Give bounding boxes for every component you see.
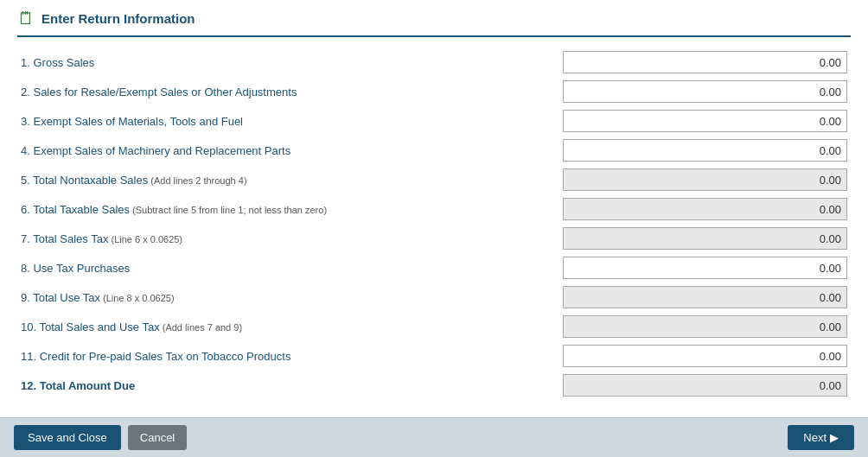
form-row: 5. Total Nontaxable Sales (Add lines 2 t… bbox=[17, 165, 851, 194]
line-2-input[interactable] bbox=[563, 80, 847, 103]
line-number: 3. bbox=[21, 115, 33, 128]
line-number: 5. bbox=[21, 174, 33, 187]
form-title: Enter Return Information bbox=[41, 11, 195, 26]
line-6-input bbox=[563, 198, 847, 220]
line-7-input bbox=[563, 227, 847, 250]
form-row-label: 7. Total Sales Tax (Line 6 x 0.0625) bbox=[17, 224, 559, 253]
form-row-label: 10. Total Sales and Use Tax (Add lines 7… bbox=[17, 312, 559, 341]
line-11-input[interactable] bbox=[563, 345, 847, 367]
form-row-label: 6. Total Taxable Sales (Subtract line 5 … bbox=[17, 194, 559, 224]
form-row-label: 12. Total Amount Due bbox=[17, 371, 559, 400]
line-number: 2. bbox=[21, 86, 33, 98]
form-row: 2. Sales for Resale/Exempt Sales or Othe… bbox=[17, 77, 851, 106]
form-row-input-cell bbox=[559, 253, 851, 282]
form-row-label: 5. Total Nontaxable Sales (Add lines 2 t… bbox=[17, 165, 559, 194]
form-row-label: 4. Exempt Sales of Machinery and Replace… bbox=[17, 136, 559, 165]
footer-left-actions: Save and Close Cancel bbox=[14, 425, 187, 450]
line-number: 12. bbox=[21, 379, 40, 392]
line-number: 11. bbox=[21, 350, 40, 363]
form-row-input-cell bbox=[559, 282, 851, 312]
form-row-input-cell bbox=[559, 136, 851, 165]
line-number: 6. bbox=[21, 203, 33, 216]
form-row-input-cell bbox=[559, 312, 851, 341]
form-row: 4. Exempt Sales of Machinery and Replace… bbox=[17, 136, 851, 165]
form-row-input-cell bbox=[559, 341, 851, 371]
form-row-input-cell bbox=[559, 77, 851, 106]
line-note: (Line 6 x 0.0625) bbox=[108, 234, 182, 244]
line-3-input[interactable] bbox=[563, 110, 847, 132]
line-note: (Add lines 2 through 4) bbox=[148, 175, 246, 186]
form-row-label: 1. Gross Sales bbox=[17, 48, 559, 77]
form-row-input-cell bbox=[559, 224, 851, 253]
form-row: 12. Total Amount Due bbox=[17, 371, 851, 400]
form-row-input-cell bbox=[559, 48, 851, 77]
form-row-input-cell bbox=[559, 165, 851, 194]
form-row: 6. Total Taxable Sales (Subtract line 5 … bbox=[17, 194, 851, 224]
form-row-label: 9. Total Use Tax (Line 8 x 0.0625) bbox=[17, 282, 559, 312]
line-5-input bbox=[563, 168, 847, 191]
form-header: 🗒 Enter Return Information bbox=[17, 9, 851, 37]
form-row-label: 2. Sales for Resale/Exempt Sales or Othe… bbox=[17, 77, 559, 106]
main-content: 🗒 Enter Return Information 1. Gross Sale… bbox=[0, 0, 868, 417]
line-4-input[interactable] bbox=[563, 139, 847, 162]
line-8-input[interactable] bbox=[563, 257, 847, 279]
footer-bar: Save and Close Cancel Next ▶ bbox=[0, 417, 868, 457]
line-number: 7. bbox=[21, 232, 33, 245]
line-10-input bbox=[563, 315, 847, 338]
form-row: 7. Total Sales Tax (Line 6 x 0.0625) bbox=[17, 224, 851, 253]
line-number: 4. bbox=[21, 144, 33, 157]
form-row: 9. Total Use Tax (Line 8 x 0.0625) bbox=[17, 282, 851, 312]
form-row: 8. Use Tax Purchases bbox=[17, 253, 851, 282]
form-row: 3. Exempt Sales of Materials, Tools and … bbox=[17, 106, 851, 136]
save-and-close-button[interactable]: Save and Close bbox=[14, 425, 121, 450]
line-1-input[interactable] bbox=[563, 51, 847, 73]
next-button[interactable]: Next ▶ bbox=[788, 425, 854, 450]
cancel-button[interactable]: Cancel bbox=[128, 425, 187, 450]
return-form-table: 1. Gross Sales2. Sales for Resale/Exempt… bbox=[17, 48, 851, 400]
next-arrow-icon: ▶ bbox=[830, 431, 839, 444]
line-9-input bbox=[563, 286, 847, 308]
form-row-label: 11. Credit for Pre-paid Sales Tax on Tob… bbox=[17, 341, 559, 371]
line-note: (Add lines 7 and 9) bbox=[160, 322, 242, 333]
line-number: 10. bbox=[21, 321, 39, 333]
form-row: 11. Credit for Pre-paid Sales Tax on Tob… bbox=[17, 341, 851, 371]
form-row-input-cell bbox=[559, 194, 851, 224]
line-number: 8. bbox=[21, 262, 33, 275]
line-note: (Subtract line 5 from line 1; not less t… bbox=[130, 205, 327, 215]
line-note: (Line 8 x 0.0625) bbox=[100, 293, 175, 303]
form-icon: 🗒 bbox=[17, 9, 35, 29]
line-number: 1. bbox=[21, 56, 33, 69]
line-number: 9. bbox=[21, 291, 33, 304]
form-row: 10. Total Sales and Use Tax (Add lines 7… bbox=[17, 312, 851, 341]
form-row-label: 8. Use Tax Purchases bbox=[17, 253, 559, 282]
form-row: 1. Gross Sales bbox=[17, 48, 851, 77]
line-12-input bbox=[563, 374, 847, 397]
next-label: Next bbox=[803, 431, 827, 444]
form-row-label: 3. Exempt Sales of Materials, Tools and … bbox=[17, 106, 559, 136]
form-row-input-cell bbox=[559, 106, 851, 136]
form-row-input-cell bbox=[559, 371, 851, 400]
